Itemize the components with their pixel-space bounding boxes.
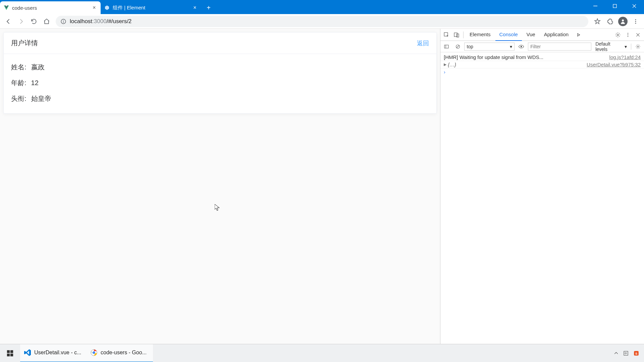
devtools-menu-icon[interactable] bbox=[623, 30, 633, 40]
close-icon[interactable]: × bbox=[192, 5, 198, 11]
browser-tabs: code-users × 组件 | Element × + bbox=[0, 0, 214, 14]
log-levels-select[interactable]: Default levels ▾ bbox=[593, 41, 629, 52]
vscode-icon bbox=[23, 349, 32, 357]
context-value: top bbox=[467, 44, 473, 49]
chevron-down-icon: ▾ bbox=[625, 44, 627, 49]
inspect-element-icon[interactable] bbox=[442, 30, 451, 40]
extensions-icon[interactable] bbox=[604, 16, 616, 27]
title-label: 头衔: bbox=[11, 94, 26, 103]
svg-point-15 bbox=[628, 36, 628, 37]
back-link[interactable]: 返回 bbox=[417, 39, 429, 47]
svg-point-3 bbox=[63, 20, 64, 21]
context-select[interactable]: top ▾ bbox=[464, 43, 515, 51]
close-window-button[interactable] bbox=[625, 0, 644, 12]
reload-button[interactable] bbox=[28, 16, 40, 27]
svg-rect-0 bbox=[593, 6, 597, 6]
card-body: 姓名: 嬴政 年龄: 12 头衔: 始皇帝 bbox=[4, 54, 436, 113]
tray-chevron-icon[interactable] bbox=[614, 351, 619, 356]
devtools-tab-console[interactable]: Console bbox=[495, 29, 522, 41]
console-settings-icon[interactable] bbox=[633, 42, 643, 51]
devtools-tabs: Elements Console Vue Application bbox=[440, 29, 644, 41]
log-source-link[interactable]: log.js?1afd:24 bbox=[609, 54, 641, 60]
devtools-tab-application[interactable]: Application bbox=[540, 29, 573, 41]
svg-point-14 bbox=[628, 34, 628, 35]
tab-title: code-users bbox=[12, 5, 91, 11]
svg-point-5 bbox=[622, 19, 624, 21]
card-header: 用户详情 返回 bbox=[4, 33, 436, 54]
devtools-panel: Elements Console Vue Application top ▾ D… bbox=[440, 29, 644, 344]
svg-point-7 bbox=[635, 21, 636, 22]
chrome-icon bbox=[90, 349, 98, 357]
field-name: 姓名: 嬴政 bbox=[11, 63, 429, 72]
url-port: :3000 bbox=[92, 18, 107, 25]
minimize-button[interactable] bbox=[586, 0, 605, 12]
more-tabs-icon[interactable] bbox=[574, 30, 583, 40]
svg-point-8 bbox=[635, 22, 636, 23]
element-icon bbox=[104, 5, 110, 11]
console-toolbar: top ▾ Default levels ▾ bbox=[440, 41, 644, 52]
taskbar-label: code-users - Goo... bbox=[101, 350, 147, 356]
browser-titlebar: code-users × 组件 | Element × + bbox=[0, 0, 644, 14]
taskbar-item-vscode[interactable]: UserDetail.vue - c... bbox=[20, 344, 87, 362]
bookmark-icon[interactable] bbox=[592, 16, 603, 27]
field-age: 年龄: 12 bbox=[11, 78, 429, 87]
divider bbox=[463, 32, 464, 38]
svg-point-27 bbox=[93, 351, 95, 354]
browser-tab-active[interactable]: code-users × bbox=[0, 1, 101, 14]
tray-app-icon[interactable]: S bbox=[633, 350, 639, 356]
svg-line-19 bbox=[457, 45, 459, 48]
devtools-settings-icon[interactable] bbox=[613, 30, 623, 40]
log-object[interactable]: {…} bbox=[448, 62, 456, 67]
back-button[interactable] bbox=[3, 16, 14, 27]
svg-rect-16 bbox=[444, 45, 448, 48]
browser-tab[interactable]: 组件 | Element × bbox=[101, 1, 201, 14]
new-tab-button[interactable]: + bbox=[203, 2, 214, 13]
vue-icon bbox=[3, 5, 9, 11]
devtools-close-icon[interactable] bbox=[633, 30, 643, 40]
tray-ime-icon[interactable]: 中 bbox=[623, 351, 629, 356]
svg-rect-4 bbox=[63, 21, 64, 23]
console-prompt[interactable]: › bbox=[440, 68, 644, 75]
svg-point-20 bbox=[521, 46, 522, 47]
address-bar: localhost:3000/#/users/2 bbox=[0, 14, 644, 29]
home-button[interactable] bbox=[41, 16, 52, 27]
chrome-menu-icon[interactable] bbox=[630, 16, 641, 27]
devtools-tab-elements[interactable]: Elements bbox=[466, 29, 495, 41]
page-content: 用户详情 返回 姓名: 嬴政 年龄: 12 头衔: 始皇帝 bbox=[0, 29, 440, 344]
start-button[interactable] bbox=[0, 344, 20, 362]
card-title: 用户详情 bbox=[11, 39, 38, 48]
maximize-button[interactable] bbox=[605, 0, 625, 12]
divider bbox=[631, 44, 631, 50]
console-log-row: ▶ {…} UserDetail.vue?b975:32 bbox=[440, 61, 644, 68]
filter-input[interactable] bbox=[528, 43, 591, 51]
profile-avatar[interactable] bbox=[617, 16, 629, 27]
svg-rect-22 bbox=[7, 350, 10, 353]
url-input[interactable]: localhost:3000/#/users/2 bbox=[56, 16, 588, 27]
live-expression-icon[interactable] bbox=[517, 42, 526, 51]
system-tray: 中 S bbox=[614, 350, 644, 356]
log-source-link[interactable]: UserDetail.vue?b975:32 bbox=[587, 62, 641, 67]
age-value: 12 bbox=[31, 79, 39, 87]
chevron-down-icon: ▾ bbox=[510, 44, 512, 49]
svg-point-21 bbox=[637, 46, 639, 47]
forward-button[interactable] bbox=[15, 16, 27, 27]
svg-rect-25 bbox=[10, 353, 13, 356]
tab-title: 组件 | Element bbox=[113, 5, 192, 11]
title-value: 始皇帝 bbox=[31, 94, 51, 103]
user-detail-card: 用户详情 返回 姓名: 嬴政 年龄: 12 头衔: 始皇帝 bbox=[3, 32, 437, 114]
name-value: 嬴政 bbox=[31, 63, 45, 72]
log-message: [HMR] Waiting for update signal from WDS… bbox=[444, 54, 543, 60]
devtools-tab-vue[interactable]: Vue bbox=[523, 29, 539, 41]
field-title: 头衔: 始皇帝 bbox=[11, 94, 429, 103]
age-label: 年龄: bbox=[11, 78, 26, 87]
device-toolbar-icon[interactable] bbox=[452, 30, 461, 40]
site-info-icon[interactable] bbox=[60, 18, 66, 24]
console-sidebar-icon[interactable] bbox=[442, 42, 451, 51]
expand-triangle-icon[interactable]: ▶ bbox=[444, 62, 446, 67]
clear-console-icon[interactable] bbox=[453, 42, 463, 51]
close-icon[interactable]: × bbox=[91, 5, 97, 11]
url-path: /#/users/2 bbox=[107, 18, 132, 25]
taskbar-item-chrome[interactable]: code-users - Goo... bbox=[87, 344, 153, 362]
levels-label: Default levels bbox=[595, 41, 623, 52]
svg-text:中: 中 bbox=[625, 352, 627, 355]
